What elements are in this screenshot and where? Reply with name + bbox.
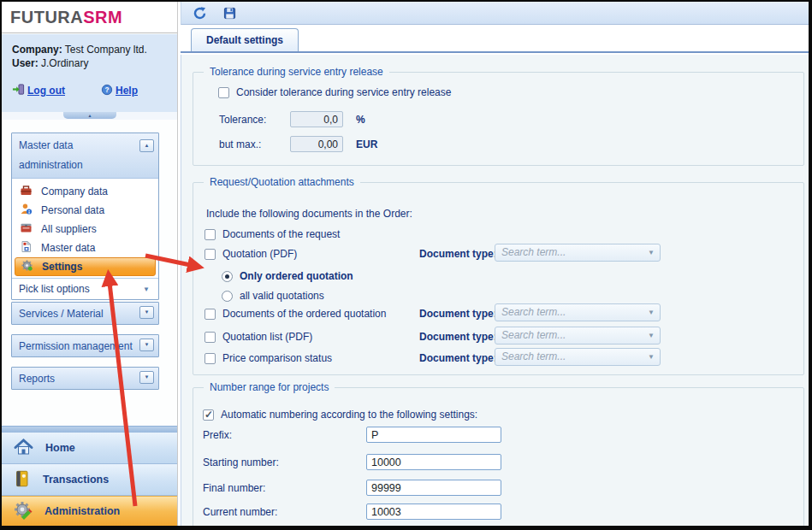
nav-home[interactable]: Home (2, 433, 177, 464)
logo-text-accent: SRM (83, 8, 122, 27)
panel-permission-management[interactable]: Permission management ▼ (11, 334, 159, 357)
panel-title: Permission management (19, 340, 133, 352)
tab-bar: Default settings (181, 25, 809, 53)
panel-master-header[interactable]: Master data administration ▲ (12, 133, 158, 179)
help-link[interactable]: ? Help (101, 84, 138, 98)
help-label: Help (116, 85, 138, 97)
panel-master-title-line2: administration (19, 159, 151, 171)
panel-services-material[interactable]: Services / Material ▼ (11, 302, 159, 325)
sidebar-item-company-data[interactable]: Company data (12, 182, 158, 201)
documents-of-request-checkbox[interactable] (204, 229, 216, 240)
section-number-range-legend: Number range for projects (204, 381, 335, 393)
consider-tolerance-label: Consider tolerance during service entry … (236, 86, 451, 98)
chevron-down-icon: ▼ (648, 304, 655, 321)
panel-master-body: Company data Personal data All suppliers… (12, 179, 158, 278)
company-value: Test Company ltd. (65, 44, 147, 56)
tolerance-input[interactable] (290, 111, 343, 127)
app-logo: FUTURA SRM (2, 2, 177, 33)
tab-default-settings[interactable]: Default settings (191, 28, 299, 51)
panel-master-data-administration: Master data administration ▲ Company dat… (11, 132, 159, 300)
bottom-nav-divider (2, 426, 177, 433)
panel-master-title-line1: Master data (19, 139, 151, 151)
chevron-down-icon: ▼ (648, 349, 655, 366)
nav-transactions[interactable]: Transactions (2, 464, 177, 496)
final-number-input[interactable] (366, 480, 501, 496)
only-ordered-quotation-radio[interactable] (222, 271, 233, 282)
logo-text-primary: FUTURA (10, 8, 83, 27)
dropdown-placeholder: Search term... (501, 306, 566, 318)
but-max-unit: EUR (356, 138, 377, 150)
sidebar-splitter[interactable]: ▲ (2, 112, 177, 120)
nav-administration-label: Administration (44, 505, 120, 517)
save-button[interactable] (222, 5, 237, 21)
automatic-numbering-label: Automatic numbering according to the fol… (221, 409, 477, 421)
automatic-numbering-checkbox[interactable] (203, 409, 214, 421)
pick-list-options[interactable]: Pick list options ▼ (12, 278, 158, 299)
price-comparison-document-type-dropdown[interactable]: Search term... ▼ (495, 348, 661, 366)
intro-order-bold: Order (383, 208, 410, 220)
sidebar-item-label: Master data (41, 242, 95, 254)
nav-administration[interactable]: Administration (2, 496, 177, 526)
section-tolerance-legend: Tolerance during service entry release (204, 66, 389, 78)
collapse-down-button[interactable]: ▼ (139, 339, 154, 351)
current-number-input[interactable] (366, 504, 501, 520)
quotation-list-pdf-label: Quotation list (PDF) (222, 331, 312, 343)
app-window: FUTURA SRM Company: Test Company ltd. Us… (0, 0, 812, 530)
but-max-label: but max.: (219, 138, 261, 150)
all-valid-quotations-label: all valid quotations (240, 290, 324, 302)
prefix-input[interactable] (366, 427, 501, 443)
document-icon (20, 240, 33, 256)
collapse-up-button[interactable]: ▲ (139, 139, 154, 152)
sidebar-item-master-data[interactable]: Master data (12, 238, 158, 257)
sidebar: FUTURA SRM Company: Test Company ltd. Us… (2, 2, 178, 526)
section-attachments: Request/Quotation attachments Include th… (193, 182, 804, 375)
ordered-quotation-document-type-dropdown[interactable]: Search term... ▼ (495, 303, 661, 321)
documents-of-ordered-quotation-checkbox[interactable] (204, 309, 216, 320)
quotation-list-pdf-checkbox[interactable] (204, 332, 216, 343)
quotation-list-document-type-dropdown[interactable]: Search term... ▼ (495, 327, 661, 344)
refresh-button[interactable] (192, 5, 207, 21)
collapse-down-button[interactable]: ▼ (139, 306, 154, 319)
starting-number-label: Starting number: (203, 456, 279, 468)
sidebar-item-label: Settings (42, 261, 82, 273)
consider-tolerance-checkbox[interactable] (218, 87, 229, 98)
intro-colon: : (409, 208, 412, 220)
sidebar-item-settings[interactable]: Settings (15, 257, 156, 276)
logout-link[interactable]: Log out (12, 83, 65, 98)
section-tolerance: Tolerance during service entry release C… (193, 72, 804, 166)
document-type-label: Document type: (419, 352, 497, 364)
collapse-down-button[interactable]: ▼ (139, 371, 154, 384)
all-valid-quotations-radio[interactable] (222, 291, 233, 302)
dropdown-placeholder: Search term... (501, 350, 566, 362)
starting-number-input[interactable] (366, 454, 501, 470)
but-max-input[interactable] (290, 136, 343, 152)
chevron-down-icon: ▼ (648, 244, 655, 262)
final-number-label: Final number: (203, 482, 265, 494)
panel-reports[interactable]: Reports ▼ (11, 367, 159, 390)
gear-pencil-icon (13, 500, 33, 523)
svg-text:?: ? (104, 85, 109, 94)
document-type-label: Document type: (419, 248, 497, 260)
documents-of-ordered-quotation-label: Documents of the ordered quotation (222, 308, 386, 320)
splitter-collapse-handle[interactable]: ▲ (63, 112, 116, 119)
quotation-pdf-label: Quotation (PDF) (222, 248, 297, 260)
panel-title: Services / Material (19, 308, 104, 320)
nav-home-label: Home (45, 442, 75, 454)
intro-text: Include the following documents in the (206, 208, 383, 220)
sidebar-item-personal-data[interactable]: Personal data (12, 201, 158, 220)
main-area: Default settings Tolerance during servic… (179, 2, 809, 526)
document-type-label: Document type: (419, 308, 497, 320)
user-label: User: (12, 57, 39, 69)
sidebar-item-label: Company data (41, 186, 108, 197)
quotation-pdf-checkbox[interactable] (204, 249, 216, 260)
sidebar-item-all-suppliers[interactable]: All suppliers (12, 220, 158, 238)
document-type-label: Document type: (419, 331, 497, 343)
price-comparison-status-label: Price comparison status (222, 352, 332, 364)
tolerance-unit: % (356, 114, 365, 126)
company-label: Company: (12, 44, 62, 56)
panel-title: Reports (19, 373, 55, 385)
quotation-pdf-document-type-dropdown[interactable]: Search term... ▼ (495, 244, 661, 262)
price-comparison-status-checkbox[interactable] (204, 353, 216, 364)
suppliers-icon (20, 221, 33, 237)
sidebar-item-label: All suppliers (41, 223, 97, 235)
